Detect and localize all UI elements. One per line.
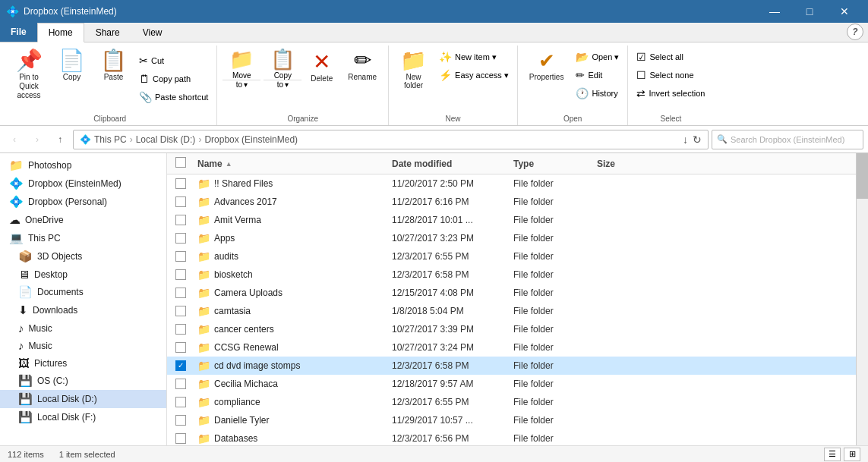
- up-button[interactable]: ↑: [50, 130, 70, 149]
- sidebar-item-6[interactable]: 🖥Desktop: [0, 266, 166, 283]
- file-row-11[interactable]: 📁 Cecilia Michaca 12/18/2017 9:57 AM Fil…: [167, 375, 856, 393]
- copy-button[interactable]: 📄 Copy: [52, 46, 92, 112]
- row-checkbox-9[interactable]: [175, 342, 186, 353]
- edit-button[interactable]: ✏Edit: [572, 67, 623, 83]
- refresh-icon[interactable]: ↻: [693, 134, 702, 146]
- row-name-9: CCSG Renewal: [214, 342, 279, 353]
- address-bar[interactable]: 💠 This PC › Local Disk (D:) › Dropbox (E…: [73, 130, 709, 149]
- move-to-button[interactable]: 📁 Move to▾: [222, 46, 261, 91]
- forward-button[interactable]: ›: [27, 130, 47, 149]
- file-row-6[interactable]: 📁 Camera Uploads 12/15/2017 4:08 PM File…: [167, 284, 856, 302]
- sidebar-item-11[interactable]: 🖼Pictures: [0, 354, 166, 372]
- sidebar-item-10[interactable]: ♪Music: [0, 337, 166, 354]
- scrollbar[interactable]: [856, 153, 868, 445]
- sidebar-item-0[interactable]: 📁Photoshop: [0, 156, 166, 174]
- sidebar-item-12[interactable]: 💾OS (C:): [0, 372, 166, 390]
- sidebar-item-1[interactable]: 💠Dropbox (EinsteinMed): [0, 174, 166, 193]
- sidebar-item-5[interactable]: 📦3D Objects: [0, 247, 166, 266]
- file-row-9[interactable]: 📁 CCSG Renewal 10/27/2017 3:24 PM File f…: [167, 338, 856, 357]
- new-folder-icon: 📁: [400, 49, 427, 73]
- new-item-button[interactable]: ✨New item ▾: [435, 49, 513, 65]
- delete-button[interactable]: ✕ Delete: [304, 46, 339, 83]
- file-row-12[interactable]: 📁 compliance 12/3/2017 6:55 PM File fold…: [167, 393, 856, 411]
- cut-button[interactable]: ✂Cut: [135, 52, 212, 69]
- sidebar-item-3[interactable]: ☁OneDrive: [0, 211, 166, 229]
- row-checkbox-2[interactable]: [175, 215, 186, 225]
- close-button[interactable]: ✕: [827, 0, 862, 23]
- edit-icon: ✏: [576, 69, 585, 81]
- file-row-13[interactable]: 📁 Danielle Tyler 11/29/2017 10:57 ... Fi…: [167, 411, 856, 429]
- help-button[interactable]: ?: [847, 24, 863, 40]
- crumb-this-pc[interactable]: This PC: [94, 134, 127, 145]
- maximize-button[interactable]: □: [792, 0, 827, 23]
- sidebar-item-7[interactable]: 📄Documents: [0, 283, 166, 301]
- paste-button[interactable]: 📋 Paste: [93, 46, 134, 112]
- file-row-10[interactable]: ✓ 📁 cd dvd image stomps 12/3/2017 6:58 P…: [167, 357, 856, 375]
- header-size[interactable]: Size: [597, 159, 658, 169]
- pin-quick-access-button[interactable]: 📌 Pin to Quickaccess: [8, 46, 50, 112]
- title-bar: 💠 Dropbox (EinsteinMed) — □ ✕: [0, 0, 868, 23]
- crumb-dropbox[interactable]: Dropbox (EinsteinMed): [204, 134, 298, 145]
- file-row-7[interactable]: 📁 camtasia 1/8/2018 5:04 PM File folder: [167, 302, 856, 320]
- sidebar-item-2[interactable]: 💠Dropbox (Personal): [0, 193, 166, 211]
- tab-home[interactable]: Home: [37, 23, 84, 42]
- row-checkbox-12[interactable]: [175, 397, 186, 407]
- tab-view[interactable]: View: [131, 22, 174, 42]
- select-none-button[interactable]: ☐Select none: [633, 67, 709, 83]
- file-row-0[interactable]: 📁 !! Shared Files 11/20/2017 2:50 PM Fil…: [167, 174, 856, 193]
- easy-access-button[interactable]: ⚡Easy access ▾: [435, 67, 513, 83]
- row-checkbox-8[interactable]: [175, 324, 186, 335]
- header-date[interactable]: Date modified: [392, 159, 513, 169]
- sidebar-item-14[interactable]: 💾Local Disk (F:): [0, 408, 166, 426]
- paste-shortcut-button[interactable]: 📎Paste shortcut: [135, 89, 212, 105]
- row-checkbox-7[interactable]: [175, 306, 186, 316]
- file-row-1[interactable]: 📁 Advances 2017 11/2/2017 6:16 PM File f…: [167, 193, 856, 211]
- file-row-14[interactable]: 📁 Databases 12/3/2017 6:56 PM File folde…: [167, 429, 856, 445]
- sidebar-item-8[interactable]: ⬇Downloads: [0, 301, 166, 319]
- file-row-8[interactable]: 📁 cancer centers 10/27/2017 3:39 PM File…: [167, 320, 856, 338]
- header-name[interactable]: Name ▲: [194, 159, 392, 169]
- sidebar-item-9[interactable]: ♪Music: [0, 319, 166, 337]
- row-checkbox-1[interactable]: [175, 196, 186, 207]
- back-button[interactable]: ‹: [5, 130, 24, 149]
- tile-view-button[interactable]: ⊞: [844, 448, 860, 461]
- scroll-thumb[interactable]: [857, 153, 868, 199]
- header-type[interactable]: Type: [513, 159, 597, 169]
- row-checkbox-10[interactable]: ✓: [175, 360, 186, 371]
- dropbox-crumb-icon: 💠: [80, 134, 91, 145]
- sidebar-item-4[interactable]: 💻This PC: [0, 229, 166, 247]
- sidebar-label-9: Music: [29, 323, 52, 334]
- crumb-local-disk[interactable]: Local Disk (D:): [136, 134, 196, 145]
- rename-icon: ✏: [354, 49, 371, 73]
- ribbon-tabs: File Home Share View ?: [0, 23, 868, 42]
- minimize-button[interactable]: —: [757, 0, 792, 23]
- history-button[interactable]: 🕐History: [572, 85, 623, 102]
- tab-file[interactable]: File: [0, 22, 37, 42]
- detail-view-button[interactable]: ☰: [824, 448, 841, 461]
- row-checkbox-6[interactable]: [175, 288, 186, 298]
- select-all-checkbox[interactable]: [175, 157, 186, 168]
- row-checkbox-4[interactable]: [175, 251, 186, 262]
- row-checkbox-11[interactable]: [175, 379, 186, 389]
- search-bar[interactable]: 🔍 Search Dropbox (EinsteinMed): [712, 130, 863, 149]
- open-button[interactable]: 📂Open ▾: [572, 49, 623, 65]
- file-row-2[interactable]: 📁 Amit Verma 11/28/2017 10:01 ... File f…: [167, 211, 856, 229]
- rename-button[interactable]: ✏ Rename: [341, 46, 383, 82]
- tab-share[interactable]: Share: [84, 22, 131, 42]
- row-checkbox-14[interactable]: [175, 433, 186, 444]
- row-checkbox-13[interactable]: [175, 415, 186, 426]
- invert-selection-button[interactable]: ⇄Invert selection: [633, 85, 709, 102]
- properties-button[interactable]: ✔ Properties: [522, 46, 571, 82]
- row-checkbox-5[interactable]: [175, 269, 186, 280]
- new-folder-button[interactable]: 📁 Newfolder: [393, 46, 434, 90]
- row-checkbox-3[interactable]: [175, 233, 186, 244]
- file-row-5[interactable]: 📁 biosketch 12/3/2017 6:58 PM File folde…: [167, 266, 856, 284]
- sidebar-item-13[interactable]: 💾Local Disk (D:): [0, 390, 166, 408]
- select-all-button[interactable]: ☑Select all: [633, 49, 709, 65]
- file-row-3[interactable]: 📁 Apps 10/27/2017 3:23 PM File folder: [167, 229, 856, 247]
- copy-path-button[interactable]: 🗒Copy path: [135, 71, 212, 87]
- row-checkbox-0[interactable]: [175, 178, 186, 189]
- refresh-button[interactable]: ↓: [683, 134, 688, 146]
- file-row-4[interactable]: 📁 audits 12/3/2017 6:55 PM File folder: [167, 247, 856, 266]
- copy-to-button[interactable]: 📋 Copy to▾: [263, 46, 302, 91]
